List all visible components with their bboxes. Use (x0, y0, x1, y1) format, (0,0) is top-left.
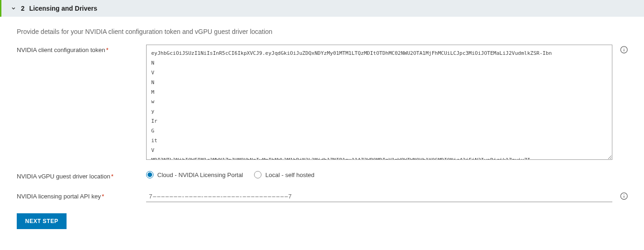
chevron-down-icon (11, 6, 16, 11)
svg-point-2 (624, 48, 624, 48)
form-row-api-key: NVIDIA licensing portal API key* (17, 191, 627, 202)
section-header[interactable]: 2 Licensing and Drivers (0, 0, 644, 17)
section-content: Provide details for your NVIDIA client c… (0, 17, 644, 240)
api-key-input[interactable] (146, 191, 612, 202)
required-asterisk: * (102, 193, 104, 200)
radio-circle-icon (254, 171, 262, 178)
step-title: Licensing and Drivers (29, 5, 97, 12)
form-row-token: NVIDIA client configuration token* (17, 45, 627, 160)
api-key-control-wrap (146, 191, 628, 202)
driver-location-label: NVIDIA vGPU guest driver location* (17, 171, 137, 180)
intro-text: Provide details for your NVIDIA client c… (17, 28, 627, 35)
svg-point-5 (624, 194, 624, 195)
step-number: 2 (21, 5, 25, 12)
required-asterisk: * (111, 173, 114, 180)
required-asterisk: * (106, 46, 108, 53)
token-control-wrap (146, 45, 628, 160)
info-icon[interactable] (620, 192, 628, 200)
token-label: NVIDIA client configuration token* (17, 45, 137, 53)
radio-label-local: Local - self hosted (265, 171, 315, 178)
radio-group-driver-location: Cloud - NVIDIA Licensing Portal Local - … (146, 171, 315, 178)
info-icon[interactable] (620, 46, 628, 54)
driver-location-control-wrap: Cloud - NVIDIA Licensing Portal Local - … (146, 171, 627, 178)
radio-label-cloud: Cloud - NVIDIA Licensing Portal (157, 171, 243, 178)
radio-dot-selected-icon (148, 172, 152, 177)
radio-option-cloud[interactable]: Cloud - NVIDIA Licensing Portal (146, 171, 243, 178)
api-key-label: NVIDIA licensing portal API key* (17, 191, 137, 200)
radio-option-local[interactable]: Local - self hosted (254, 171, 315, 178)
token-textarea[interactable] (146, 45, 612, 160)
form-row-driver-location: NVIDIA vGPU guest driver location* Cloud… (17, 171, 627, 180)
radio-circle-icon (146, 171, 154, 178)
next-step-button[interactable]: NEXT STEP (17, 213, 67, 229)
